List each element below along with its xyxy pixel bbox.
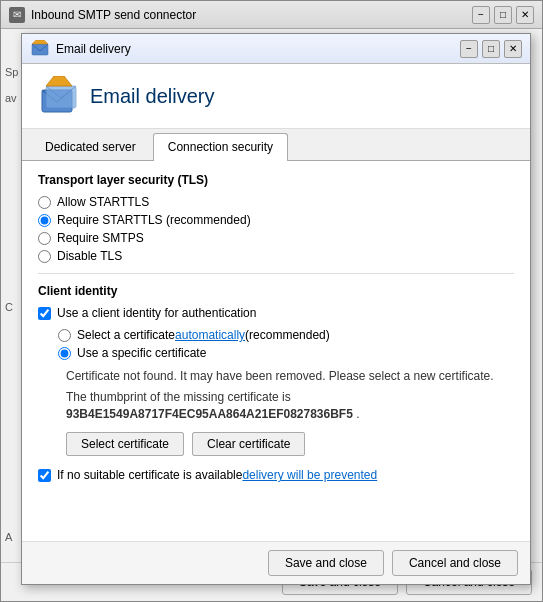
dialog-footer: Save and close Cancel and close: [22, 541, 530, 584]
cancel-close-button[interactable]: Cancel and close: [392, 550, 518, 576]
tls-radio-require-starttls[interactable]: [38, 214, 51, 227]
tls-label-allow-starttls: Allow STARTTLS: [57, 195, 149, 209]
thumbprint-prefix: The thumbprint of the missing certificat…: [66, 390, 291, 404]
tls-radio-group: Allow STARTTLS Require STARTTLS (recomme…: [38, 195, 514, 263]
outer-side-text-a: A: [5, 531, 12, 543]
outer-side-panel: Sp av: [5, 59, 18, 111]
clear-certificate-button[interactable]: Clear certificate: [192, 432, 305, 456]
outer-titlebar-controls: − □ ✕: [472, 6, 534, 24]
cert-radio-auto[interactable]: [58, 329, 71, 342]
dialog-header: Email delivery: [22, 64, 530, 129]
use-client-identity-checkbox[interactable]: [38, 307, 51, 320]
inner-minimize-button[interactable]: −: [460, 40, 478, 58]
inner-window-icon: [30, 39, 50, 59]
no-suitable-cert-checkbox[interactable]: [38, 469, 51, 482]
cert-label-specific: Use a specific certificate: [77, 346, 206, 360]
inner-titlebar-controls: − □ ✕: [460, 40, 522, 58]
no-suitable-cert-label-link: delivery will be prevented: [242, 468, 377, 482]
inner-maximize-button[interactable]: □: [482, 40, 500, 58]
outer-side-text-sp: Sp: [5, 59, 18, 85]
no-suitable-cert-checkbox-item: If no suitable certificate is available …: [38, 468, 514, 482]
section-divider: [38, 273, 514, 274]
tab-connection-security[interactable]: Connection security: [153, 133, 288, 161]
cert-option-auto: Select a certificate automatically (reco…: [58, 328, 514, 342]
thumbprint-value: 93B4E1549A8717F4EC95AA864A21EF0827836BF5: [66, 407, 353, 421]
svg-marker-1: [32, 40, 48, 44]
tab-strip: Dedicated server Connection security: [22, 129, 530, 161]
cert-label-auto-prefix: Select a certificate: [77, 328, 175, 342]
select-certificate-button[interactable]: Select certificate: [66, 432, 184, 456]
cert-radio-specific[interactable]: [58, 347, 71, 360]
client-identity-section-title: Client identity: [38, 284, 514, 298]
inner-window-title: Email delivery: [56, 42, 460, 56]
dialog-title: Email delivery: [90, 85, 214, 108]
svg-marker-4: [46, 76, 72, 86]
thumbprint-suffix: .: [353, 407, 360, 421]
tls-option-2: Require SMTPS: [38, 231, 514, 245]
outer-maximize-button[interactable]: □: [494, 6, 512, 24]
tls-option-0: Allow STARTTLS: [38, 195, 514, 209]
thumbprint-text: The thumbprint of the missing certificat…: [66, 389, 514, 423]
tls-radio-disable-tls[interactable]: [38, 250, 51, 263]
use-client-identity-checkbox-item: Use a client identity for authentication: [38, 306, 514, 320]
dialog-body: Transport layer security (TLS) Allow STA…: [22, 161, 530, 541]
tls-radio-allow-starttls[interactable]: [38, 196, 51, 209]
tls-radio-require-smtps[interactable]: [38, 232, 51, 245]
outer-window-title: Inbound SMTP send connector: [31, 8, 472, 22]
tls-label-disable-tls: Disable TLS: [57, 249, 122, 263]
tls-label-require-starttls: Require STARTTLS (recommended): [57, 213, 251, 227]
inner-titlebar: Email delivery − □ ✕: [22, 34, 530, 64]
tab-dedicated-server[interactable]: Dedicated server: [30, 133, 151, 160]
outer-window-icon: ✉: [9, 7, 25, 23]
cert-label-auto-suffix: (recommended): [245, 328, 330, 342]
outer-window: ✉ Inbound SMTP send connector − □ ✕ Sp a…: [0, 0, 543, 602]
outer-side-text-av: av: [5, 85, 18, 111]
tls-label-require-smtps: Require SMTPS: [57, 231, 144, 245]
use-client-identity-label: Use a client identity for authentication: [57, 306, 256, 320]
dialog-header-icon: [38, 76, 78, 116]
outer-titlebar: ✉ Inbound SMTP send connector − □ ✕: [1, 1, 542, 29]
cert-warning-text: Certificate not found. It may have been …: [66, 368, 514, 385]
tls-section-title: Transport layer security (TLS): [38, 173, 514, 187]
outer-minimize-button[interactable]: −: [472, 6, 490, 24]
inner-close-button[interactable]: ✕: [504, 40, 522, 58]
no-suitable-cert-label-prefix: If no suitable certificate is available: [57, 468, 242, 482]
save-close-button[interactable]: Save and close: [268, 550, 384, 576]
cert-label-auto-link: automatically: [175, 328, 245, 342]
cert-option-specific: Use a specific certificate: [58, 346, 514, 360]
tls-option-1: Require STARTTLS (recommended): [38, 213, 514, 227]
outer-side-text-c: C: [5, 301, 13, 313]
tls-option-3: Disable TLS: [38, 249, 514, 263]
cert-buttons: Select certificate Clear certificate: [66, 432, 514, 456]
inner-window: Email delivery − □ ✕ Email delivery: [21, 33, 531, 585]
cert-options-indent: Select a certificate automatically (reco…: [58, 328, 514, 360]
outer-close-button[interactable]: ✕: [516, 6, 534, 24]
